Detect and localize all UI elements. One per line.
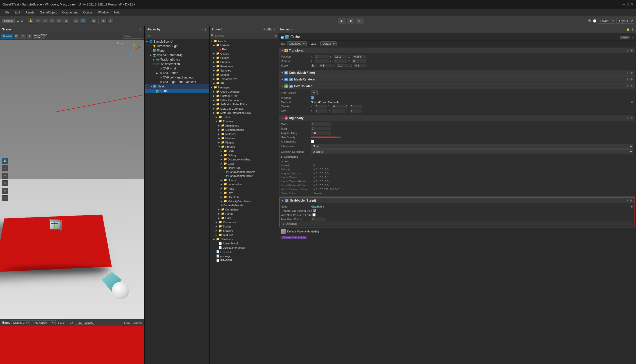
hierarchy-item-ovrrighthandsynthetic[interactable]: ⚙OVRRightHandSynthetic <box>145 80 209 84</box>
rot-y-input[interactable] <box>334 59 347 63</box>
project-item-codecoverage[interactable]: ▶📁Code Coverage <box>209 90 278 94</box>
scene-tool-move[interactable]: ✛ <box>2 166 8 172</box>
minimize-btn[interactable]: ─ <box>622 2 625 6</box>
menu-assets[interactable]: Assets <box>23 10 37 15</box>
project-item-handgrab[interactable]: ▼📁HandGrab <box>209 166 278 170</box>
scene-lights-btn[interactable]: ☀ <box>20 34 26 39</box>
project-item-jetbrainsrider[interactable]: ▶📁JetBrains Rider Editor <box>209 102 278 106</box>
add-points-checkbox[interactable] <box>312 213 316 216</box>
mesh-filter-help-btn[interactable]: ? <box>626 71 629 74</box>
project-item-controllerhands[interactable]: #ControllerHands <box>209 203 278 207</box>
size-z[interactable] <box>350 109 362 112</box>
global-toggle[interactable]: 🌐 <box>80 18 86 24</box>
mesh-renderer-help-btn[interactable]: ? <box>626 78 629 81</box>
interpolate-select[interactable]: None <box>311 144 633 148</box>
scale-lock-icon[interactable]: 🔒 <box>311 64 314 67</box>
project-item-readme[interactable]: 📄README <box>209 258 278 262</box>
drag-input[interactable] <box>311 127 331 130</box>
project-item-red[interactable]: ⬤Red <box>209 47 278 51</box>
project-item-ray[interactable]: ▶📁Ray <box>209 190 278 195</box>
hierarchy-menu-btn[interactable]: ⋮ <box>204 28 207 31</box>
scale-tool[interactable]: ⤡ <box>49 18 55 24</box>
project-item-license[interactable]: 📄LICENSE <box>209 250 278 254</box>
hierarchy-item-trackingspace[interactable]: ▶📷TrackingSpace <box>145 57 209 62</box>
project-add-btn[interactable]: + <box>264 28 266 32</box>
scene-tool-hand[interactable]: ✋ <box>2 158 8 164</box>
grabbable-enabled[interactable] <box>285 199 288 202</box>
scene-panel-menu[interactable]: ⋮ <box>139 28 142 31</box>
step-button[interactable]: ⏭ <box>356 18 364 24</box>
mesh-filter-header[interactable]: ▼ ⊞ Cube (Mesh Filter) ? ⚙ <box>279 70 635 76</box>
scene-tool-custom[interactable]: ✦ <box>2 195 8 201</box>
layer-dropdown[interactable]: Default <box>320 41 337 46</box>
hierarchy-item-myovrcamerarig[interactable]: ▼📷MyOVRCameraRig <box>145 53 209 57</box>
hierarchy-item-ovrlefthandsynthetic[interactable]: ⚙OVRLeftHandSynthetic <box>145 75 209 80</box>
project-search-input[interactable] <box>215 34 274 37</box>
maximize-btn[interactable]: □ <box>627 2 629 6</box>
menu-gameobject[interactable]: GameObject <box>38 10 59 15</box>
project-item-animations[interactable]: ▶📁Animations <box>209 123 278 128</box>
project-item-metaxrinteractionsdk[interactable]: ▶📁Meta XR Interaction SDK <box>209 110 278 115</box>
project-item-runtime[interactable]: ▼📁Runtime <box>209 119 278 123</box>
size-y[interactable] <box>332 109 345 112</box>
menu-window[interactable]: Window <box>96 10 111 15</box>
project-item-grab[interactable]: ▶📁Grab <box>209 162 278 166</box>
collider-material-select-icon[interactable]: ◉ <box>631 100 633 104</box>
rot-x-input[interactable] <box>315 59 329 63</box>
rect-tool[interactable]: ▭ <box>56 18 62 24</box>
game-view[interactable] <box>0 326 144 364</box>
scene-view[interactable]: X Y Z Persp ✋ ✛ ↺ ⤡ ▭ ✦ <box>0 40 144 319</box>
menu-file[interactable]: File <box>2 10 12 15</box>
project-item-editor[interactable]: ▶📁Editor <box>209 115 278 119</box>
settings-icon[interactable]: ⚙ <box>21 19 24 23</box>
max-grab-input[interactable] <box>311 218 326 221</box>
scale-z-input[interactable] <box>354 64 367 67</box>
close-btn[interactable]: ✕ <box>631 2 633 6</box>
static-dropdown[interactable]: ▼ <box>631 36 633 38</box>
project-item-meshes[interactable]: ▶📁Meshes <box>209 136 278 140</box>
scene-search[interactable] <box>123 34 143 38</box>
hierarchy-item-ovrhmd[interactable]: ⚙OVRHmd <box>145 66 209 71</box>
optionals-header[interactable]: ▶ Optionals <box>281 222 633 226</box>
constraints-header[interactable]: ▶ Constraints <box>281 154 633 159</box>
scene-tool-rotate[interactable]: ↺ <box>2 173 8 179</box>
mesh-renderer-settings-btn[interactable]: ⚙ <box>630 78 633 81</box>
hierarchy-item-plane[interactable]: Plane <box>145 48 209 53</box>
project-item-controllers[interactable]: ▶📁Controllers <box>209 207 278 212</box>
info-header[interactable]: ▼ Info <box>281 159 633 164</box>
project-item-material[interactable]: ▶📁Material <box>209 43 278 47</box>
is-kinematic-checkbox[interactable] <box>311 140 314 143</box>
hierarchy-item-desk[interactable]: ▼Desk <box>145 84 209 89</box>
project-item-body[interactable]: ▶📁Body <box>209 149 278 153</box>
project-item-assets[interactable]: ▼📁Assets <box>209 39 278 43</box>
scene-shaded-btn[interactable]: Shaded <box>1 34 13 39</box>
project-item-textures[interactable]: ▶📁Textures <box>209 233 278 237</box>
project-item-hmd[interactable]: ▶📁Hmd <box>209 216 278 220</box>
inspector-lock-icon[interactable]: 🔓 <box>626 28 630 31</box>
scene-gizmos-btn[interactable]: Gizmos ▼ <box>40 34 45 39</box>
mesh-filter-settings-btn[interactable]: ⚙ <box>630 71 633 74</box>
menu-edit[interactable]: Edit <box>12 10 23 15</box>
project-item-shaders[interactable]: ▶📁Shaders <box>209 228 278 233</box>
project-item-handgrabinteractor[interactable]: #HandGrabInteractor <box>209 174 278 178</box>
project-item-plugins[interactable]: ▶📁Plugins <box>209 56 278 60</box>
snap-settings[interactable]: ≡ <box>108 18 114 24</box>
rot-z-input[interactable] <box>352 59 366 63</box>
center-y[interactable] <box>332 105 345 108</box>
project-item-defaultsettings[interactable]: ▶📁DefaultSettings <box>209 128 278 132</box>
hierarchy-item-ovrhands[interactable]: ▶⚙OVRHands <box>145 71 209 75</box>
pos-z-input[interactable] <box>352 55 366 58</box>
rotate-tool[interactable]: ↺ <box>42 18 48 24</box>
project-item-resources2[interactable]: ▶📁Resources <box>209 220 278 224</box>
mesh-renderer-header[interactable]: ▼ ⊞ Mesh Renderer ? ⚙ <box>279 77 635 82</box>
project-item-poke[interactable]: ▶📁Poke <box>209 186 278 190</box>
project-item-hands2[interactable]: ▶📁Hands <box>209 212 278 216</box>
project-item-package[interactable]: 📄package <box>209 254 278 258</box>
transform-settings-btn[interactable]: ⚙ <box>630 49 633 52</box>
pos-x-input[interactable] <box>315 55 329 58</box>
menu-component[interactable]: Component <box>60 10 80 15</box>
project-item-plugins2[interactable]: ▶📁Plugins <box>209 140 278 144</box>
project-item-samples[interactable]: ▶📁Samples <box>209 68 278 72</box>
transform-header[interactable]: ▼ A Transform ? ⚙ <box>279 48 635 53</box>
script-select-icon[interactable]: ◉ <box>630 205 633 208</box>
